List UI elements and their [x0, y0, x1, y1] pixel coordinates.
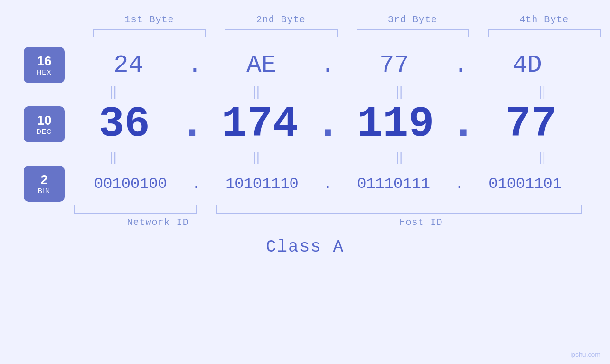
eq2-col1: || [47, 149, 180, 166]
bracket-byte1 [93, 29, 206, 37]
eq2-col4: || [476, 149, 609, 166]
byte2-header: 2nd Byte [220, 14, 342, 25]
hex-base-number: 16 [37, 54, 51, 69]
hex-byte4: 4D [468, 51, 586, 79]
equals-row-2: || || || || [47, 149, 609, 166]
host-bracket [216, 205, 582, 214]
eq1-col3: || [333, 83, 466, 100]
dec-dot1: . [179, 100, 205, 149]
class-bracket-line [69, 233, 586, 233]
hex-dot2: . [320, 51, 335, 79]
bracket-byte4 [488, 29, 601, 37]
bin-dot1: . [192, 175, 201, 193]
byte-headers: 1st Byte 2nd Byte 3rd Byte 4th Byte [43, 14, 605, 25]
dec-dot3: . [450, 100, 476, 149]
network-id-label: Network ID [97, 217, 219, 228]
dec-badge: 10 DEC [24, 106, 65, 142]
eq2-col2: || [189, 149, 323, 166]
bin-base-label: BIN [38, 187, 50, 195]
top-brackets [43, 29, 605, 37]
eq1-col2: || [189, 83, 323, 100]
class-label: Class A [24, 237, 586, 257]
bin-badge: 2 BIN [24, 166, 65, 202]
byte3-header: 3rd Byte [352, 14, 474, 25]
dec-dot2: . [315, 100, 340, 149]
hex-dot1: . [188, 51, 202, 79]
hex-row: 16 HEX 24 . AE . 77 . 4D [24, 47, 586, 83]
byte1-header: 1st Byte [88, 14, 210, 25]
bin-byte4: 01001101 [464, 175, 586, 193]
hex-dot3: . [453, 51, 468, 79]
bracket-byte2 [225, 29, 337, 37]
hex-byte2: AE [202, 51, 320, 79]
bin-byte3: 01110111 [332, 175, 455, 193]
bin-base-number: 2 [40, 173, 48, 187]
host-id-label: Host ID [238, 217, 604, 228]
network-bracket [74, 205, 197, 214]
watermark: ipshu.com [570, 351, 601, 358]
eq1-col4: || [476, 83, 609, 100]
dec-byte1: 36 [69, 100, 179, 149]
dec-row: 10 DEC 36 . 174 . 119 . 77 [24, 100, 586, 149]
main-container: 1st Byte 2nd Byte 3rd Byte 4th Byte 16 H… [0, 0, 610, 364]
bin-byte1: 00100100 [69, 175, 192, 193]
bin-dot3: . [455, 175, 464, 193]
hex-values: 24 . AE . 77 . 4D [69, 51, 586, 79]
hex-base-label: HEX [37, 68, 52, 76]
hex-byte1: 24 [69, 51, 188, 79]
dec-byte4: 77 [476, 100, 586, 149]
bin-dot2: . [323, 175, 332, 193]
id-labels: Network ID Host ID [47, 217, 609, 228]
eq2-col3: || [333, 149, 466, 166]
dec-byte3: 119 [341, 100, 451, 149]
dec-base-label: DEC [37, 128, 52, 135]
dec-base-number: 10 [37, 113, 51, 128]
bin-row: 2 BIN 00100100 . 10101110 . 01110111 . 0… [24, 166, 586, 202]
bin-values: 00100100 . 10101110 . 01110111 . 0100110… [69, 175, 586, 193]
dec-byte2: 174 [205, 100, 315, 149]
hex-byte3: 77 [335, 51, 453, 79]
dec-values: 36 . 174 . 119 . 77 [69, 100, 586, 149]
class-section: Class A [24, 233, 586, 257]
byte4-header: 4th Byte [483, 14, 605, 25]
eq1-col1: || [47, 83, 180, 100]
bracket-byte3 [357, 29, 469, 37]
bin-byte2: 10101110 [201, 175, 323, 193]
hex-badge: 16 HEX [24, 47, 65, 83]
equals-row-1: || || || || [47, 83, 609, 100]
bottom-brackets-row [24, 205, 586, 214]
